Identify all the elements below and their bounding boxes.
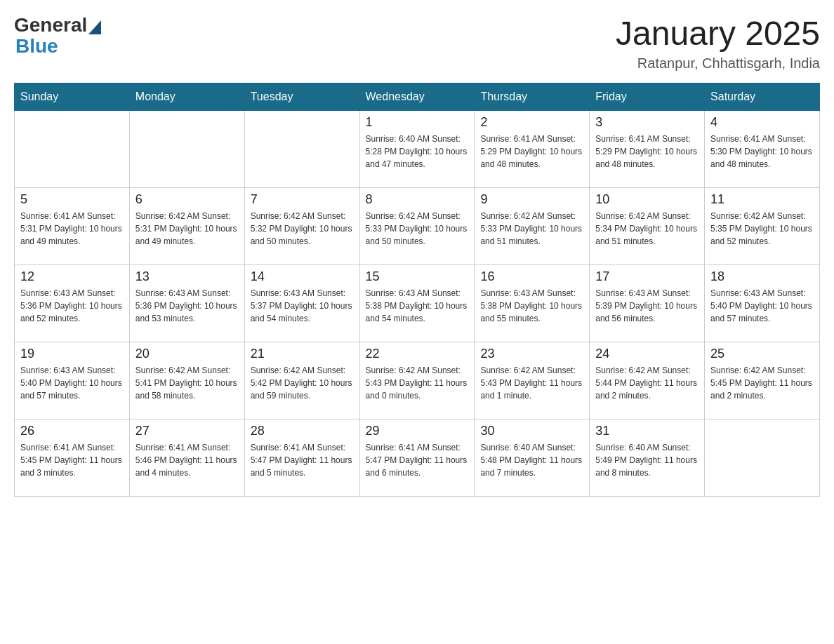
day-number: 17 bbox=[595, 269, 699, 284]
day-number: 30 bbox=[480, 424, 583, 438]
day-info: Sunrise: 6:41 AM Sunset: 5:45 PM Dayligh… bbox=[20, 441, 124, 479]
calendar-cell: 22Sunrise: 6:42 AM Sunset: 5:43 PM Dayli… bbox=[359, 342, 475, 420]
calendar-cell: 2Sunrise: 6:41 AM Sunset: 5:29 PM Daylig… bbox=[475, 111, 590, 188]
day-number: 29 bbox=[366, 424, 469, 438]
week-row-1: 1Sunrise: 6:40 AM Sunset: 5:28 PM Daylig… bbox=[15, 111, 820, 188]
day-header-sunday: Sunday bbox=[15, 83, 130, 111]
calendar-cell: 13Sunrise: 6:43 AM Sunset: 5:36 PM Dayli… bbox=[129, 265, 244, 342]
calendar-cell: 16Sunrise: 6:43 AM Sunset: 5:38 PM Dayli… bbox=[475, 265, 590, 342]
day-number: 6 bbox=[135, 192, 239, 207]
logo: General Blue bbox=[14, 14, 101, 58]
location-title: Ratanpur, Chhattisgarh, India bbox=[616, 55, 820, 72]
day-number: 11 bbox=[710, 192, 814, 207]
day-number: 10 bbox=[595, 192, 699, 207]
logo-blue-text: Blue bbox=[15, 35, 58, 57]
calendar-cell: 18Sunrise: 6:43 AM Sunset: 5:40 PM Dayli… bbox=[705, 265, 820, 342]
day-info: Sunrise: 6:42 AM Sunset: 5:33 PM Dayligh… bbox=[366, 210, 469, 248]
calendar-cell: 27Sunrise: 6:41 AM Sunset: 5:46 PM Dayli… bbox=[129, 420, 244, 497]
day-info: Sunrise: 6:43 AM Sunset: 5:36 PM Dayligh… bbox=[135, 287, 239, 325]
calendar-cell: 30Sunrise: 6:40 AM Sunset: 5:48 PM Dayli… bbox=[475, 420, 590, 497]
day-info: Sunrise: 6:41 AM Sunset: 5:46 PM Dayligh… bbox=[135, 441, 239, 479]
day-info: Sunrise: 6:41 AM Sunset: 5:29 PM Dayligh… bbox=[595, 133, 699, 170]
day-number: 27 bbox=[135, 424, 239, 438]
day-number: 14 bbox=[251, 269, 354, 284]
day-info: Sunrise: 6:41 AM Sunset: 5:47 PM Dayligh… bbox=[366, 441, 469, 479]
calendar-cell: 11Sunrise: 6:42 AM Sunset: 5:35 PM Dayli… bbox=[705, 188, 820, 265]
day-info: Sunrise: 6:41 AM Sunset: 5:30 PM Dayligh… bbox=[710, 133, 814, 170]
day-info: Sunrise: 6:43 AM Sunset: 5:36 PM Dayligh… bbox=[20, 287, 124, 325]
calendar-cell: 24Sunrise: 6:42 AM Sunset: 5:44 PM Dayli… bbox=[590, 342, 705, 420]
calendar-cell: 28Sunrise: 6:41 AM Sunset: 5:47 PM Dayli… bbox=[244, 420, 359, 497]
day-number: 13 bbox=[135, 269, 239, 284]
day-info: Sunrise: 6:42 AM Sunset: 5:41 PM Dayligh… bbox=[135, 364, 239, 402]
month-title: January 2025 bbox=[616, 14, 820, 53]
week-row-4: 19Sunrise: 6:43 AM Sunset: 5:40 PM Dayli… bbox=[15, 342, 820, 420]
day-number: 25 bbox=[710, 347, 814, 361]
calendar-cell: 4Sunrise: 6:41 AM Sunset: 5:30 PM Daylig… bbox=[705, 111, 820, 188]
day-info: Sunrise: 6:40 AM Sunset: 5:49 PM Dayligh… bbox=[595, 441, 699, 479]
day-number: 28 bbox=[251, 424, 354, 438]
day-number: 15 bbox=[366, 269, 469, 284]
day-info: Sunrise: 6:42 AM Sunset: 5:32 PM Dayligh… bbox=[251, 210, 354, 248]
calendar-cell: 14Sunrise: 6:43 AM Sunset: 5:37 PM Dayli… bbox=[244, 265, 359, 342]
calendar-cell: 12Sunrise: 6:43 AM Sunset: 5:36 PM Dayli… bbox=[15, 265, 130, 342]
day-header-friday: Friday bbox=[590, 83, 705, 111]
logo-general-text: General bbox=[14, 14, 87, 36]
calendar-cell: 17Sunrise: 6:43 AM Sunset: 5:39 PM Dayli… bbox=[590, 265, 705, 342]
calendar-cell: 19Sunrise: 6:43 AM Sunset: 5:40 PM Dayli… bbox=[15, 342, 130, 420]
day-number: 19 bbox=[20, 347, 124, 361]
calendar-cell: 26Sunrise: 6:41 AM Sunset: 5:45 PM Dayli… bbox=[15, 420, 130, 497]
day-number: 18 bbox=[710, 269, 814, 284]
calendar-cell bbox=[129, 111, 244, 188]
week-row-3: 12Sunrise: 6:43 AM Sunset: 5:36 PM Dayli… bbox=[15, 265, 820, 342]
day-info: Sunrise: 6:40 AM Sunset: 5:28 PM Dayligh… bbox=[366, 133, 469, 170]
day-info: Sunrise: 6:42 AM Sunset: 5:31 PM Dayligh… bbox=[135, 210, 239, 248]
calendar-cell: 29Sunrise: 6:41 AM Sunset: 5:47 PM Dayli… bbox=[359, 420, 475, 497]
day-info: Sunrise: 6:43 AM Sunset: 5:40 PM Dayligh… bbox=[710, 287, 814, 325]
calendar-cell: 10Sunrise: 6:42 AM Sunset: 5:34 PM Dayli… bbox=[590, 188, 705, 265]
day-number: 4 bbox=[710, 115, 814, 130]
day-number: 31 bbox=[595, 424, 699, 438]
day-number: 12 bbox=[20, 269, 124, 284]
day-number: 5 bbox=[20, 192, 124, 207]
day-number: 1 bbox=[366, 115, 469, 130]
week-row-5: 26Sunrise: 6:41 AM Sunset: 5:45 PM Dayli… bbox=[15, 420, 820, 497]
svg-marker-0 bbox=[88, 20, 101, 34]
day-info: Sunrise: 6:43 AM Sunset: 5:40 PM Dayligh… bbox=[20, 364, 124, 402]
day-info: Sunrise: 6:43 AM Sunset: 5:39 PM Dayligh… bbox=[595, 287, 699, 325]
day-header-monday: Monday bbox=[129, 83, 244, 111]
day-info: Sunrise: 6:42 AM Sunset: 5:43 PM Dayligh… bbox=[480, 364, 583, 402]
day-info: Sunrise: 6:42 AM Sunset: 5:33 PM Dayligh… bbox=[480, 210, 583, 248]
calendar-cell: 31Sunrise: 6:40 AM Sunset: 5:49 PM Dayli… bbox=[590, 420, 705, 497]
day-info: Sunrise: 6:42 AM Sunset: 5:45 PM Dayligh… bbox=[710, 364, 814, 402]
day-number: 26 bbox=[20, 424, 124, 438]
calendar-cell: 15Sunrise: 6:43 AM Sunset: 5:38 PM Dayli… bbox=[359, 265, 475, 342]
calendar-cell: 7Sunrise: 6:42 AM Sunset: 5:32 PM Daylig… bbox=[244, 188, 359, 265]
day-header-thursday: Thursday bbox=[475, 83, 590, 111]
day-info: Sunrise: 6:43 AM Sunset: 5:37 PM Dayligh… bbox=[251, 287, 354, 325]
day-info: Sunrise: 6:42 AM Sunset: 5:34 PM Dayligh… bbox=[595, 210, 699, 248]
day-info: Sunrise: 6:43 AM Sunset: 5:38 PM Dayligh… bbox=[480, 287, 583, 325]
day-info: Sunrise: 6:42 AM Sunset: 5:35 PM Dayligh… bbox=[710, 210, 814, 248]
logo-triangle-icon bbox=[88, 20, 101, 34]
calendar-cell: 25Sunrise: 6:42 AM Sunset: 5:45 PM Dayli… bbox=[705, 342, 820, 420]
calendar-cell: 9Sunrise: 6:42 AM Sunset: 5:33 PM Daylig… bbox=[475, 188, 590, 265]
day-header-tuesday: Tuesday bbox=[244, 83, 359, 111]
day-header-wednesday: Wednesday bbox=[359, 83, 475, 111]
day-info: Sunrise: 6:42 AM Sunset: 5:42 PM Dayligh… bbox=[251, 364, 354, 402]
day-number: 24 bbox=[595, 347, 699, 361]
day-number: 23 bbox=[480, 347, 583, 361]
day-info: Sunrise: 6:42 AM Sunset: 5:43 PM Dayligh… bbox=[366, 364, 469, 402]
calendar-cell bbox=[705, 420, 820, 497]
calendar-cell: 23Sunrise: 6:42 AM Sunset: 5:43 PM Dayli… bbox=[475, 342, 590, 420]
day-number: 20 bbox=[135, 347, 239, 361]
title-area: January 2025 Ratanpur, Chhattisgarh, Ind… bbox=[616, 14, 820, 72]
day-number: 21 bbox=[251, 347, 354, 361]
day-number: 9 bbox=[480, 192, 583, 207]
day-info: Sunrise: 6:41 AM Sunset: 5:29 PM Dayligh… bbox=[480, 133, 583, 170]
calendar-cell bbox=[244, 111, 359, 188]
calendar-cell: 8Sunrise: 6:42 AM Sunset: 5:33 PM Daylig… bbox=[359, 188, 475, 265]
calendar-cell: 1Sunrise: 6:40 AM Sunset: 5:28 PM Daylig… bbox=[359, 111, 475, 188]
day-header-row: SundayMondayTuesdayWednesdayThursdayFrid… bbox=[15, 83, 820, 111]
calendar-table: SundayMondayTuesdayWednesdayThursdayFrid… bbox=[14, 83, 820, 497]
